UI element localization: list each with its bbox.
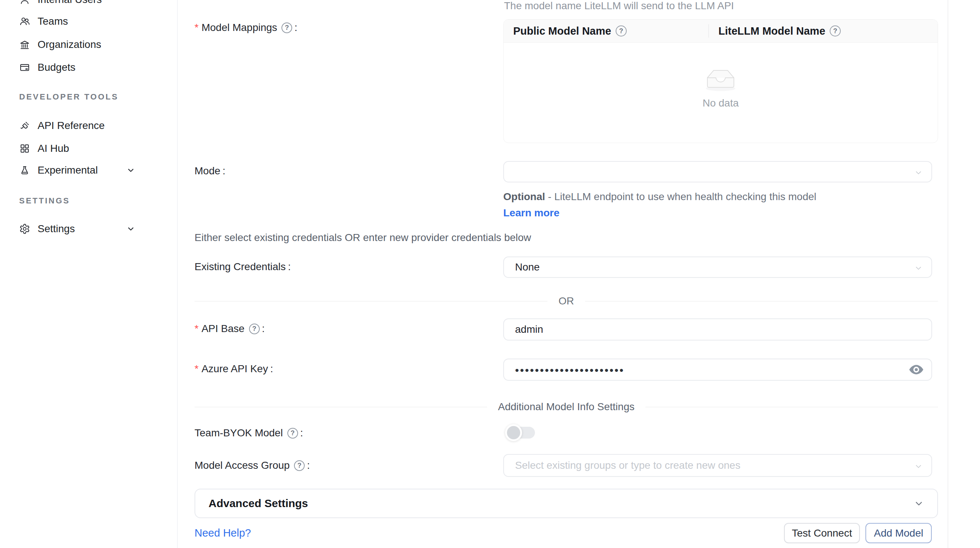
bank-icon: [19, 39, 30, 50]
sidebar-item-experimental[interactable]: Experimental: [0, 159, 178, 182]
azure-api-key-input[interactable]: ••••••••••••••••••••••: [503, 358, 932, 381]
sidebar-item-settings[interactable]: Settings: [0, 217, 178, 240]
api-base-input[interactable]: admin: [503, 319, 932, 341]
team-byok-toggle[interactable]: [508, 427, 535, 438]
chevron-down-icon: [915, 263, 923, 271]
grid-icon: [19, 143, 30, 154]
sidebar-item-api-reference[interactable]: API Reference: [0, 114, 178, 137]
flask-icon: [19, 165, 30, 176]
model-name-hint: The model name LiteLLM will send to the …: [504, 0, 734, 12]
existing-credentials-select[interactable]: None: [503, 256, 932, 278]
table-header-row: Public Model Name ? LiteLLM Model Name ?: [504, 19, 938, 43]
sidebar-item-organizations[interactable]: Organizations: [0, 33, 178, 56]
advanced-settings-title: Advanced Settings: [208, 497, 308, 510]
users-icon: [19, 16, 30, 27]
team-byok-label: Team-BYOK Model ?: [194, 427, 303, 439]
masked-password-value: ••••••••••••••••••••••: [515, 364, 624, 377]
sidebar-item-teams[interactable]: Teams: [0, 10, 178, 33]
sidebar-item-internal-users[interactable]: Internal Users: [0, 0, 178, 11]
help-circle-icon[interactable]: ?: [287, 428, 298, 438]
table-empty-state: No data: [504, 43, 938, 143]
sidebar-nav: Internal Users Teams Organizations Budge…: [0, 0, 178, 548]
gear-icon: [19, 223, 30, 234]
chevron-down-icon: [126, 224, 135, 234]
model-access-group-select[interactable]: Select existing groups or type to create…: [503, 454, 932, 477]
eye-icon[interactable]: [909, 364, 923, 375]
chevron-down-icon: [915, 461, 923, 470]
add-model-button[interactable]: Add Model: [865, 523, 932, 543]
select-placeholder: Select existing groups or type to create…: [515, 460, 741, 472]
help-circle-icon[interactable]: ?: [282, 22, 292, 33]
sidebar-section-developer-tools: Developer Tools: [19, 92, 119, 103]
sidebar-item-label: Organizations: [38, 39, 101, 51]
sidebar-section-settings: Settings: [19, 196, 70, 207]
api-base-label: * API Base ?: [194, 323, 264, 335]
help-circle-icon[interactable]: ?: [830, 25, 841, 37]
sidebar-item-budgets[interactable]: Budgets: [0, 56, 178, 79]
credit-card-icon: [19, 62, 30, 73]
column-header-litellm-model-name: LiteLLM Model Name ?: [709, 25, 938, 37]
mode-label: Mode: [194, 165, 226, 177]
required-asterisk: *: [194, 363, 199, 375]
credentials-note: Either select existing credentials OR en…: [194, 232, 531, 244]
sidebar-item-label: Settings: [38, 223, 75, 235]
sidebar-item-label: API Reference: [38, 120, 105, 132]
sidebar-item-label: Budgets: [38, 62, 76, 73]
chevron-down-icon: [914, 498, 924, 508]
help-circle-icon[interactable]: ?: [294, 460, 305, 471]
sidebar-item-ai-hub[interactable]: AI Hub: [0, 137, 178, 160]
existing-credentials-label: Existing Credentials: [194, 261, 291, 273]
additional-settings-divider: Additional Model Info Settings: [194, 401, 938, 413]
learn-more-link[interactable]: Learn more: [503, 207, 560, 218]
add-model-page: Internal Users Teams Organizations Budge…: [0, 0, 980, 548]
user-icon: [19, 0, 30, 5]
advanced-settings-panel[interactable]: Advanced Settings: [194, 489, 938, 518]
empty-state-text: No data: [703, 97, 739, 109]
test-connect-button[interactable]: Test Connect: [784, 523, 860, 543]
help-circle-icon[interactable]: ?: [616, 25, 627, 37]
mode-help-text: Optional - LiteLLM endpoint to use when …: [503, 189, 835, 221]
need-help-link[interactable]: Need Help?: [194, 527, 251, 539]
sidebar-item-label: Teams: [38, 16, 68, 27]
model-access-group-label: Model Access Group ?: [194, 460, 310, 472]
chevron-down-icon: [126, 166, 135, 175]
model-mappings-table: Public Model Name ? LiteLLM Model Name ?…: [503, 19, 938, 143]
empty-inbox-icon: [702, 67, 739, 92]
or-divider: OR: [194, 295, 938, 307]
sidebar-item-label: Experimental: [38, 164, 98, 176]
sidebar-item-label: Internal Users: [38, 0, 102, 6]
required-asterisk: *: [194, 22, 199, 33]
column-header-public-model-name: Public Model Name ?: [504, 25, 708, 37]
toggle-knob: [505, 424, 522, 441]
help-circle-icon[interactable]: ?: [249, 323, 260, 334]
azure-api-key-label: * Azure API Key: [194, 363, 273, 375]
required-asterisk: *: [194, 323, 199, 335]
chevron-down-icon: [915, 168, 923, 176]
model-mappings-label: * Model Mappings ?: [194, 22, 298, 33]
mode-select[interactable]: [503, 161, 932, 182]
plug-icon: [19, 120, 30, 131]
content-right-border: [948, 0, 948, 548]
sidebar-item-label: AI Hub: [38, 143, 69, 155]
